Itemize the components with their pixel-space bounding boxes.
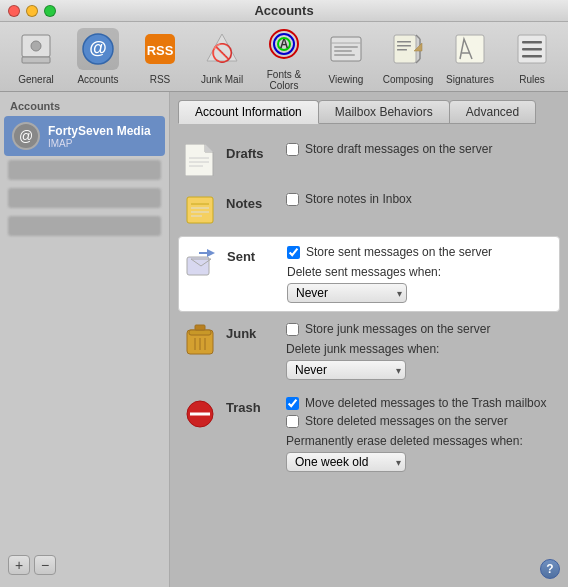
trash-erase-dropdown[interactable]: Never One day old One week old One month…: [286, 452, 406, 472]
toolbar-item-fonts[interactable]: A Fonts & Colors: [258, 23, 310, 91]
account-info: FortySeven Media IMAP: [48, 124, 151, 149]
notes-option-label: Store notes in Inbox: [305, 192, 412, 206]
trash-erase-dropdown-wrap: Never One day old One week old One month…: [286, 452, 406, 472]
help-button[interactable]: ?: [540, 559, 560, 579]
trash-store-checkbox[interactable]: [286, 415, 299, 428]
sent-option-1: Store sent messages on the server: [287, 245, 553, 259]
sidebar: Accounts @ FortySeven Media IMAP + −: [0, 92, 170, 587]
notes-icon: [184, 194, 216, 226]
sent-option-label: Store sent messages on the server: [306, 245, 492, 259]
svg-rect-47: [189, 330, 211, 335]
tab-bar: Account Information Mailbox Behaviors Ad…: [178, 100, 560, 124]
svg-rect-24: [397, 49, 407, 51]
svg-rect-1: [22, 57, 50, 63]
svg-text:RSS: RSS: [147, 43, 174, 58]
drafts-checkbox[interactable]: [286, 143, 299, 156]
settings-panel: Drafts Store draft messages on the serve…: [178, 134, 560, 579]
toolbar-item-rules[interactable]: Rules: [506, 28, 558, 85]
blurred-row-1: [8, 160, 161, 180]
maximize-button[interactable]: [44, 5, 56, 17]
sent-row: Sent Store sent messages on the server D…: [178, 236, 560, 312]
viewing-icon: [328, 31, 364, 67]
trash-row: Trash Move deleted messages to the Trash…: [178, 388, 560, 480]
toolbar-item-accounts[interactable]: @ Accounts: [72, 28, 124, 85]
toolbar-item-viewing[interactable]: Viewing: [320, 28, 372, 85]
junk-option-1: Store junk messages on the server: [286, 322, 554, 336]
signatures-icon-wrap: [449, 28, 491, 70]
sent-store-checkbox[interactable]: [287, 246, 300, 259]
titlebar: Accounts: [0, 0, 568, 22]
tab-account-info[interactable]: Account Information: [178, 100, 319, 124]
svg-marker-44: [207, 249, 215, 257]
junk-delete-dropdown[interactable]: Never One day old One week old One month…: [286, 360, 406, 380]
toolbar-item-general[interactable]: General: [10, 28, 62, 85]
accounts-label: Accounts: [77, 74, 118, 85]
trash-option-1: Move deleted messages to the Trash mailb…: [286, 396, 554, 410]
notes-option-1: Store notes in Inbox: [286, 192, 554, 206]
minimize-button[interactable]: [26, 5, 38, 17]
junk-icon-wrap: 🚫: [201, 28, 243, 70]
trash-option-2: Store deleted messages on the server: [286, 414, 554, 428]
rss-label: RSS: [150, 74, 171, 85]
add-account-button[interactable]: +: [8, 555, 30, 575]
svg-line-20: [416, 59, 420, 63]
junk-delete-dropdown-wrap: Never One day old One week old One month…: [286, 360, 406, 380]
drafts-option-label: Store draft messages on the server: [305, 142, 492, 156]
sent-options: Store sent messages on the server Delete…: [287, 245, 553, 303]
drafts-row: Drafts Store draft messages on the serve…: [178, 134, 560, 184]
sidebar-bottom: + −: [0, 549, 169, 581]
composing-label: Composing: [383, 74, 434, 85]
toolbar-item-junk[interactable]: 🚫 Junk Mail: [196, 28, 248, 85]
notes-options: Store notes in Inbox: [286, 192, 554, 206]
sidebar-title: Accounts: [0, 98, 169, 116]
tab-advanced[interactable]: Advanced: [449, 100, 536, 124]
sidebar-account-item[interactable]: @ FortySeven Media IMAP: [4, 116, 165, 156]
trash-option1-label: Move deleted messages to the Trash mailb…: [305, 396, 546, 410]
rss-icon: RSS: [142, 31, 178, 67]
sent-delete-dropdown[interactable]: Never One day old One week old One month…: [287, 283, 407, 303]
trash-icon-svg: [185, 398, 215, 430]
account-avatar: @: [12, 122, 40, 150]
junk-store-checkbox[interactable]: [286, 323, 299, 336]
notes-checkbox[interactable]: [286, 193, 299, 206]
tab-mailbox-behaviors[interactable]: Mailbox Behaviors: [318, 100, 450, 124]
junk-option-label: Store junk messages on the server: [305, 322, 490, 336]
svg-text:@: @: [89, 38, 107, 58]
trash-move-checkbox[interactable]: [286, 397, 299, 410]
window-controls: [8, 5, 56, 17]
svg-point-2: [31, 41, 41, 51]
notes-file-icon: [186, 196, 214, 224]
junk-delete-label: Delete junk messages when:: [286, 342, 439, 356]
svg-rect-48: [195, 325, 205, 330]
composing-icon-wrap: [387, 28, 429, 70]
toolbar-item-rss[interactable]: RSS RSS: [134, 28, 186, 85]
toolbar-item-composing[interactable]: Composing: [382, 28, 434, 85]
account-type: IMAP: [48, 138, 151, 149]
rules-icon: [514, 31, 550, 67]
svg-rect-15: [334, 46, 358, 48]
sent-delete-label: Delete sent messages when:: [287, 265, 441, 279]
trash-folder-name: Trash: [226, 400, 276, 415]
account-name: FortySeven Media: [48, 124, 151, 138]
remove-account-button[interactable]: −: [34, 555, 56, 575]
notes-row: Notes Store notes in Inbox: [178, 184, 560, 234]
junk-delete-row: Delete junk messages when:: [286, 342, 554, 356]
trash-dropdown-row: Never One day old One week old One month…: [286, 452, 554, 472]
close-button[interactable]: [8, 5, 20, 17]
right-panel: Account Information Mailbox Behaviors Ad…: [170, 92, 568, 587]
notes-folder-name: Notes: [226, 196, 276, 211]
toolbar-item-signatures[interactable]: Signatures: [444, 28, 496, 85]
trash-erase-label: Permanently erase deleted messages when:: [286, 434, 523, 448]
fonts-icon: A: [266, 26, 302, 62]
sent-delete-row: Delete sent messages when:: [287, 265, 553, 279]
junk-folder-name: Junk: [226, 326, 276, 341]
general-icon: [18, 31, 54, 67]
sent-icon: [185, 247, 217, 279]
svg-rect-31: [522, 55, 542, 58]
svg-rect-17: [334, 54, 355, 56]
signatures-icon: [452, 31, 488, 67]
blurred-row-2: [8, 188, 161, 208]
svg-rect-42: [187, 257, 209, 275]
junk-dropdown-row: Never One day old One week old One month…: [286, 360, 554, 380]
svg-line-19: [416, 35, 420, 39]
